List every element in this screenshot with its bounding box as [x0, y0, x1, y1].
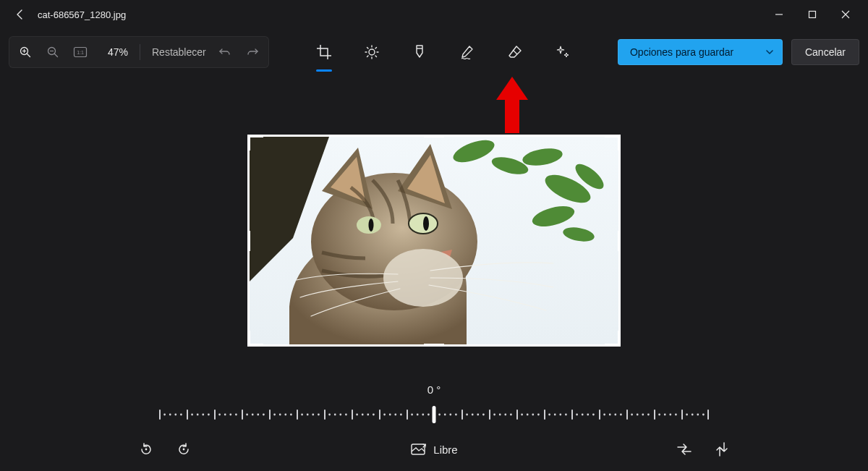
svg-point-90 [482, 414, 485, 416]
tool-erase[interactable] [506, 43, 524, 61]
crop-handle[interactable] [247, 135, 250, 150]
svg-point-91 [493, 414, 495, 416]
fit-to-screen-button[interactable]: 1:1 [72, 43, 89, 61]
svg-point-83 [438, 414, 441, 416]
svg-point-84 [444, 414, 446, 416]
crop-handle[interactable] [424, 135, 444, 137]
save-options-button[interactable]: Opciones para guardar [618, 39, 783, 65]
svg-point-107 [603, 414, 605, 416]
svg-point-63 [301, 414, 303, 416]
tool-retouch[interactable] [553, 43, 572, 61]
svg-point-51 [218, 414, 221, 416]
svg-point-86 [455, 414, 457, 416]
aspect-ratio-button[interactable]: Libre [410, 442, 457, 457]
svg-point-73 [367, 414, 369, 416]
svg-point-43 [163, 414, 166, 416]
rotate-ccw-button[interactable] [137, 441, 155, 458]
crop-frame[interactable] [247, 135, 621, 347]
svg-point-94 [510, 414, 512, 416]
svg-point-82 [427, 414, 430, 416]
svg-point-98 [537, 414, 540, 416]
svg-point-121 [697, 414, 699, 416]
brightness-icon [364, 44, 380, 60]
close-icon [841, 10, 850, 19]
svg-point-44 [169, 414, 171, 416]
svg-point-116 [664, 414, 666, 416]
svg-rect-36 [544, 410, 545, 420]
crop-handle[interactable] [247, 231, 250, 251]
crop-icon [316, 44, 332, 60]
canvas-area [0, 87, 868, 370]
undo-icon [218, 46, 231, 59]
svg-rect-29 [352, 410, 353, 420]
tool-marker[interactable] [410, 43, 429, 61]
redo-button[interactable] [244, 43, 261, 61]
rotate-cw-button[interactable] [175, 441, 192, 458]
svg-rect-35 [516, 410, 518, 420]
window-controls [762, 0, 862, 29]
reset-button[interactable]: Restablecer [152, 46, 206, 58]
zoom-in-button[interactable] [17, 43, 34, 61]
cancel-label: Cancelar [805, 46, 846, 58]
svg-point-88 [472, 414, 474, 416]
rotation-slider[interactable] [159, 403, 709, 426]
svg-point-120 [692, 414, 694, 416]
crop-handle[interactable] [618, 231, 621, 251]
crop-handle[interactable] [618, 331, 621, 347]
aspect-icon [410, 442, 426, 457]
photo-preview [250, 137, 618, 344]
svg-rect-41 [681, 410, 683, 420]
zoom-value[interactable]: 47% [99, 46, 128, 58]
svg-point-56 [252, 414, 254, 416]
svg-point-53 [229, 414, 231, 416]
svg-point-92 [499, 414, 501, 416]
svg-point-69 [339, 414, 341, 416]
rotate-ccw-icon [139, 442, 153, 457]
back-button[interactable] [6, 0, 35, 29]
zoom-out-icon [46, 46, 59, 59]
crop-handle[interactable] [618, 135, 621, 150]
rotation-value: 0 ° [0, 383, 868, 396]
svg-point-50 [208, 414, 210, 416]
flip-vertical-button[interactable] [713, 441, 731, 458]
crop-handle[interactable] [247, 331, 250, 347]
flip-buttons [676, 441, 731, 458]
close-button[interactable] [829, 0, 862, 29]
svg-rect-33 [461, 410, 463, 420]
svg-point-114 [647, 414, 650, 416]
svg-rect-39 [626, 410, 628, 420]
tool-adjust[interactable] [362, 43, 381, 61]
svg-point-74 [373, 414, 375, 416]
svg-point-46 [180, 414, 182, 416]
svg-rect-42 [707, 410, 709, 420]
marker-icon [412, 44, 427, 60]
redo-icon [246, 46, 259, 59]
maximize-button[interactable] [796, 0, 829, 29]
flip-horizontal-button[interactable] [676, 441, 693, 458]
crop-handle[interactable] [424, 344, 444, 347]
tool-crop[interactable] [315, 43, 333, 61]
pencil-squiggle-icon [459, 44, 475, 60]
minimize-button[interactable] [762, 0, 796, 29]
svg-point-102 [565, 414, 567, 416]
svg-point-89 [477, 414, 479, 416]
undo-button[interactable] [216, 43, 234, 61]
svg-rect-26 [269, 410, 271, 420]
divider [140, 44, 140, 60]
svg-rect-22 [159, 410, 161, 420]
zoom-out-button[interactable] [44, 43, 61, 61]
svg-point-62 [290, 414, 292, 416]
svg-point-54 [235, 414, 237, 416]
minimize-icon [775, 10, 783, 19]
svg-rect-40 [654, 410, 655, 420]
svg-point-5 [369, 49, 375, 55]
svg-rect-24 [214, 410, 216, 420]
svg-point-49 [202, 414, 204, 416]
maximize-icon [808, 10, 817, 19]
cancel-button[interactable]: Cancelar [791, 39, 859, 65]
flip-vertical-icon [715, 441, 728, 457]
svg-point-124 [183, 449, 185, 451]
tool-draw[interactable] [458, 43, 477, 61]
eraser-icon [507, 44, 523, 60]
rotation-thumb[interactable] [433, 406, 436, 423]
